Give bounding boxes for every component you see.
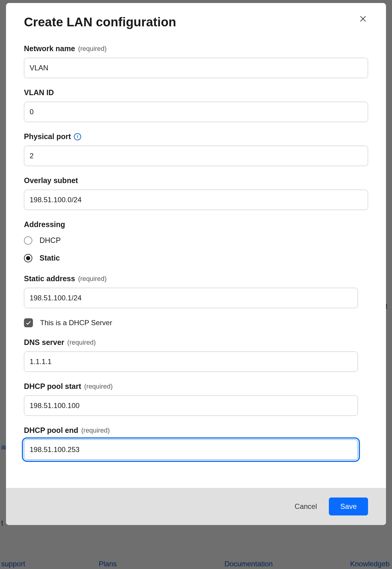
modal-footer: Cancel Save xyxy=(6,488,386,525)
vlan-id-input[interactable] xyxy=(24,102,368,122)
field-vlan-id: VLAN ID xyxy=(24,88,368,122)
static-address-label: Static address (required) xyxy=(24,274,368,283)
modal-header: Create LAN configuration xyxy=(24,15,368,29)
dhcp-pool-start-label: DHCP pool start (required) xyxy=(24,382,368,391)
field-dns-server: DNS server (required) xyxy=(24,338,368,372)
dhcp-server-checkbox[interactable] xyxy=(24,318,33,327)
addressing-label: Addressing xyxy=(24,220,368,229)
dns-server-input[interactable] xyxy=(24,352,358,372)
dhcp-pool-end-label: DHCP pool end (required) xyxy=(24,426,368,435)
radio-circle-dhcp xyxy=(24,236,32,245)
save-button[interactable]: Save xyxy=(329,498,368,515)
dhcp-pool-start-input[interactable] xyxy=(24,395,358,416)
info-icon[interactable]: i xyxy=(74,133,81,140)
network-name-input[interactable] xyxy=(24,58,368,78)
cancel-button[interactable]: Cancel xyxy=(295,502,317,511)
vlan-id-label: VLAN ID xyxy=(24,88,368,97)
radio-dot xyxy=(26,256,30,260)
physical-port-label: Physical port i xyxy=(24,132,368,141)
create-lan-modal: Create LAN configuration Network name (r… xyxy=(6,3,386,525)
field-addressing: Addressing DHCP Static xyxy=(24,220,368,262)
field-static-address: Static address (required) xyxy=(24,274,368,308)
field-dhcp-pool-start: DHCP pool start (required) xyxy=(24,382,368,416)
dhcp-server-checkbox-label: This is a DHCP Server xyxy=(40,319,112,327)
physical-port-input[interactable] xyxy=(24,146,368,166)
modal-body: Create LAN configuration Network name (r… xyxy=(6,3,386,488)
field-network-name: Network name (required) xyxy=(24,44,368,78)
addressing-radio-group: DHCP Static xyxy=(24,236,368,262)
close-icon xyxy=(359,15,367,23)
radio-dhcp[interactable]: DHCP xyxy=(24,236,368,245)
dhcp-pool-end-input[interactable] xyxy=(24,439,358,460)
close-button[interactable] xyxy=(358,14,368,25)
network-name-label: Network name (required) xyxy=(24,44,368,53)
static-address-input[interactable] xyxy=(24,288,358,308)
radio-circle-static xyxy=(24,254,32,262)
overlay-subnet-input[interactable] xyxy=(24,190,368,210)
dns-server-label: DNS server (required) xyxy=(24,338,368,347)
field-overlay-subnet: Overlay subnet xyxy=(24,176,368,210)
overlay-subnet-label: Overlay subnet xyxy=(24,176,368,185)
radio-label-dhcp: DHCP xyxy=(39,236,61,245)
radio-static[interactable]: Static xyxy=(24,254,368,262)
field-physical-port: Physical port i xyxy=(24,132,368,166)
checkmark-icon xyxy=(25,320,31,326)
radio-label-static: Static xyxy=(39,254,60,262)
field-dhcp-pool-end: DHCP pool end (required) xyxy=(24,426,368,460)
dhcp-server-checkbox-row[interactable]: This is a DHCP Server xyxy=(24,318,368,327)
modal-title: Create LAN configuration xyxy=(24,15,176,29)
